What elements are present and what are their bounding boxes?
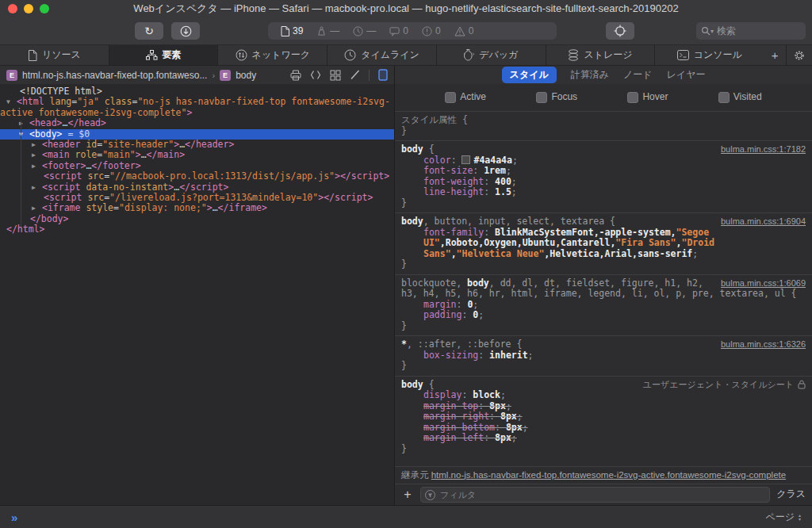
css-property[interactable]: margin-bottom: 8px; (401, 423, 806, 434)
rule-close-brace: } (401, 126, 806, 137)
load-time[interactable]: — (353, 25, 376, 36)
tab-console[interactable]: コンソール (655, 45, 764, 65)
active-checkbox[interactable] (445, 92, 456, 103)
download-button[interactable] (171, 22, 200, 40)
disclosure-open-icon[interactable]: ▼ (6, 97, 17, 107)
dom-row[interactable]: ▶<head>…</head> (0, 118, 394, 128)
rule-selector[interactable]: スタイル属性 { (401, 115, 806, 126)
close-window-button[interactable] (8, 4, 17, 13)
element-badge: E (6, 70, 17, 81)
css-property[interactable]: margin: 0; (401, 300, 806, 311)
dom-row[interactable]: </html> (0, 224, 394, 235)
tab-computed[interactable]: 計算済み (571, 68, 609, 82)
edit-pencil-icon[interactable] (350, 70, 360, 80)
tab-styles[interactable]: スタイル (502, 67, 557, 83)
pseudo-visited[interactable]: Visited (718, 92, 762, 103)
css-property[interactable]: display: block; (401, 390, 806, 401)
indent-guide (21, 121, 21, 227)
search-scope-chevron-icon[interactable]: ▾ (710, 28, 714, 35)
tab-layers[interactable]: レイヤー (667, 68, 706, 82)
tab-node[interactable]: ノード (623, 68, 653, 82)
tab-elements[interactable]: 要素 (109, 45, 219, 65)
reload-button[interactable]: ↻ (135, 22, 163, 40)
class-toggle-button[interactable]: クラス (776, 489, 806, 500)
search-field[interactable]: ▾ (696, 22, 806, 40)
dom-row[interactable]: ▶<footer>…</footer> (0, 161, 394, 171)
dom-row[interactable]: </body> (0, 214, 394, 224)
dom-row[interactable]: ▶<iframe style="display: none;">…</ifram… (0, 203, 394, 213)
pseudo-focus[interactable]: Focus (536, 92, 577, 103)
css-rule: スタイル属性 {} (395, 111, 812, 140)
disclosure-closed-icon[interactable]: ▶ (32, 161, 42, 171)
visited-checkbox[interactable] (718, 92, 730, 103)
css-property[interactable]: font-family: BlinkMacSystemFont,-apple-s… (401, 228, 806, 260)
css-property[interactable]: box-sizing: inherit; (401, 350, 806, 362)
tab-debugger[interactable]: デバッガ (437, 45, 546, 65)
tab-storage[interactable]: ストレージ (546, 45, 656, 65)
issue-count[interactable]: 0 (422, 25, 441, 36)
tab-timeline[interactable]: タイムライン (327, 45, 437, 65)
filter-field[interactable] (420, 487, 770, 503)
pseudo-hover[interactable]: Hover (627, 92, 668, 103)
css-property[interactable]: font-weight: 400; (401, 177, 806, 188)
pseudo-active[interactable]: Active (445, 92, 486, 103)
zoom-window-button[interactable] (40, 4, 49, 13)
inspector-tabbar: リソース 要素 ネットワーク タイムライン デバッガ ストレージ コンソール + (0, 44, 812, 65)
css-property[interactable]: font-size: 1rem; (401, 166, 806, 177)
disclosure-closed-icon[interactable]: ▶ (32, 140, 42, 150)
grid-icon[interactable] (330, 70, 341, 81)
stylesheet-link[interactable]: bulma.min.css:1:6904 (721, 216, 806, 228)
resource-weight[interactable]: — (316, 25, 339, 36)
dom-row[interactable]: ▶<header id="site-header">…</header> (0, 140, 394, 150)
reload-icon: ↻ (144, 25, 154, 36)
issue-circle-icon (422, 26, 432, 36)
search-input[interactable] (715, 25, 790, 37)
breadcrumb-item-html[interactable]: html.no-js.has-navbar-fixed-top.fontawes… (22, 70, 207, 81)
focus-checkbox[interactable] (536, 92, 547, 103)
dom-row[interactable]: <script src="//macbook-pro.local:1313/di… (0, 171, 394, 182)
disclosure-closed-icon[interactable]: ▶ (32, 203, 42, 213)
disclosure-closed-icon[interactable]: ▶ (32, 150, 42, 160)
dom-row[interactable]: ▶<main role="main">…</main> (0, 150, 394, 160)
page-count[interactable]: 39 (281, 25, 303, 36)
dom-row[interactable]: <script src="/livereload.js?port=1313&mi… (0, 193, 394, 203)
dom-row[interactable]: <!DOCTYPE html> (0, 86, 394, 97)
print-icon[interactable] (290, 70, 301, 81)
filter-input[interactable] (439, 489, 765, 500)
css-property[interactable]: margin-right: 8px; (401, 411, 806, 423)
device-frame-icon[interactable] (378, 69, 388, 81)
weight-icon (316, 26, 327, 36)
dom-row[interactable]: ▶<script data-no-instant>…</script> (0, 182, 394, 193)
css-property[interactable]: padding: 0; (401, 310, 806, 321)
traffic-lights (8, 4, 49, 13)
css-property[interactable]: line-height: 1.5; (401, 187, 806, 198)
settings-button[interactable] (787, 45, 812, 65)
stylesheet-link[interactable]: bulma.min.css:1:7182 (721, 144, 806, 155)
dom-row[interactable]: ▼<html lang="ja" class="no-js has-navbar… (0, 97, 394, 118)
minimize-window-button[interactable] (24, 4, 33, 13)
tab-resources[interactable]: リソース (0, 45, 109, 65)
css-property[interactable]: color: #4a4a4a; (401, 155, 806, 166)
element-picker-button[interactable] (606, 22, 634, 40)
quick-console-chevron-icon[interactable]: » (11, 511, 17, 524)
color-swatch[interactable] (462, 155, 470, 164)
code-brackets-icon[interactable] (310, 70, 321, 80)
warning-triangle-icon (454, 26, 465, 36)
warning-count[interactable]: 0 (454, 25, 474, 36)
console-log-count[interactable]: 0 (389, 25, 408, 36)
tab-network[interactable]: ネットワーク (218, 45, 327, 65)
hover-checkbox[interactable] (627, 92, 638, 103)
stylesheet-link[interactable]: bulma.min.css:1:6069 (721, 278, 806, 289)
breadcrumb-item-body[interactable]: body (236, 70, 256, 81)
pseudo-class-bar: Active Focus Hover Visited (395, 84, 812, 111)
css-property[interactable]: margin-top: 8px; (401, 401, 806, 412)
add-rule-button[interactable]: + (401, 489, 414, 500)
dom-row[interactable]: ▼<body> = $0 (0, 129, 394, 140)
add-tab-button[interactable]: + (764, 45, 787, 65)
stylesheet-link[interactable]: bulma.min.css:1:6326 (721, 339, 806, 350)
disclosure-closed-icon[interactable]: ▶ (32, 182, 42, 193)
titlebar: Webインスペクタ — iPhone — Safari — macbook-pr… (0, 0, 812, 17)
inherited-element-link[interactable]: html.no-js.has-navbar-fixed-top.fontawes… (431, 470, 786, 480)
css-property[interactable]: margin-left: 8px; (401, 433, 806, 444)
page-selector[interactable]: ページ ▴▾ (765, 511, 801, 524)
